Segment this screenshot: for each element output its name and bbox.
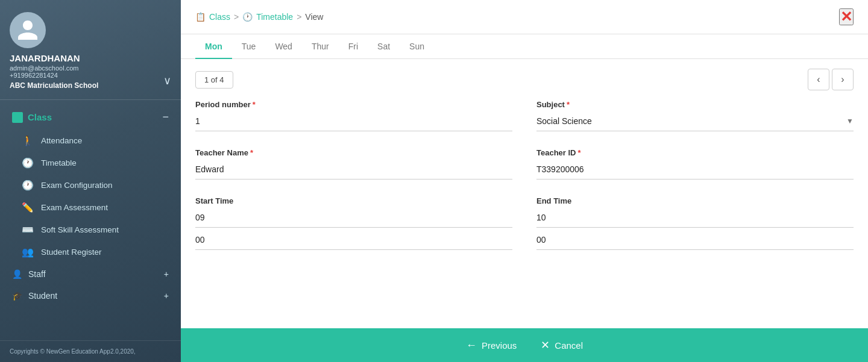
tab-sat[interactable]: Sat [368, 34, 400, 58]
close-button[interactable]: ✕ [839, 8, 854, 25]
student-icon: 🎓 [12, 291, 22, 301]
subject-label: Subject * [536, 100, 854, 109]
main-content: 📋 Class > 🕐 Timetable > View ✕ Mon Tue W… [181, 0, 868, 362]
form-group-teacher-name: Teacher Name * Edward [195, 148, 512, 179]
form-area: Period number * 1 Subject * Social Scien… [181, 100, 868, 328]
attendance-icon: 🚶 [22, 135, 34, 146]
class-nav-icon [12, 112, 23, 123]
end-time-min: 00 [536, 232, 854, 250]
start-time-min: 00 [195, 232, 512, 250]
timetable-icon: 🕐 [22, 157, 34, 169]
period-number-value: 1 [195, 114, 512, 131]
content-header: 📋 Class > 🕐 Timetable > View ✕ [181, 0, 868, 34]
previous-button[interactable]: ← Previous [466, 339, 517, 352]
cancel-label: Cancel [555, 340, 583, 351]
sidebar: JANARDHANAN admin@abcschool.com +9199622… [0, 0, 181, 362]
previous-label: Previous [482, 340, 517, 351]
page-badge: 1 of 4 [195, 71, 233, 89]
breadcrumb-sep2: > [297, 12, 301, 22]
time-row: Start Time 09 00 End Time 10 00 [195, 196, 854, 255]
breadcrumb-sep1: > [234, 12, 239, 22]
subject-select[interactable]: Social Science ▼ [536, 114, 854, 131]
prev-page-button[interactable]: ‹ [808, 69, 829, 90]
subject-value: Social Science [536, 116, 592, 126]
sidebar-item-soft-skill-assessment-label: Soft Skill Assessment [41, 225, 119, 234]
period-number-required: * [253, 100, 256, 109]
form-group-teacher-id: Teacher ID * T339200006 [536, 148, 854, 179]
tab-mon[interactable]: Mon [195, 34, 232, 58]
tab-sun[interactable]: Sun [400, 34, 434, 58]
sidebar-item-exam-assessment[interactable]: ✏️ Exam Assessment [0, 196, 181, 219]
tab-fri[interactable]: Fri [339, 34, 368, 58]
sidebar-item-attendance-label: Attendance [41, 136, 82, 145]
tab-thur[interactable]: Thur [302, 34, 339, 58]
form-group-start-time: Start Time 09 00 [195, 196, 512, 255]
breadcrumb-class-link[interactable]: Class [209, 12, 230, 22]
collapse-icon[interactable]: − [162, 111, 169, 123]
breadcrumb: 📋 Class > 🕐 Timetable > View [195, 12, 323, 22]
teacher-name-required: * [250, 148, 253, 157]
start-time-hour: 09 [195, 210, 512, 228]
profile-school: ABC Matriculation School [10, 81, 98, 90]
period-number-label: Period number * [195, 100, 512, 109]
profile-email: admin@abcschool.com [10, 64, 79, 72]
next-page-button[interactable]: › [832, 69, 854, 90]
nav-arrows: ‹ › [808, 69, 854, 90]
sidebar-footer: Copyrights © NewGen Education App2.0,202… [0, 340, 181, 362]
tab-tue[interactable]: Tue [232, 34, 266, 58]
teacher-id-value: T339200006 [536, 162, 854, 179]
sidebar-item-exam-configuration-label: Exam Configuration [41, 181, 113, 190]
end-time-hour: 10 [536, 210, 854, 228]
tab-wed[interactable]: Wed [265, 34, 302, 58]
teacher-name-label: Teacher Name * [195, 148, 512, 157]
start-time-label: Start Time [195, 196, 512, 205]
breadcrumb-book-icon: 📋 [195, 12, 206, 22]
sidebar-item-timetable[interactable]: 🕐 Timetable [0, 152, 181, 174]
exam-assessment-icon: ✏️ [22, 202, 34, 213]
sidebar-item-student-register-label: Student Register [41, 248, 102, 257]
form-group-subject: Subject * Social Science ▼ [536, 100, 854, 131]
class-nav-label: Class [28, 112, 52, 122]
sidebar-item-student-register[interactable]: 👥 Student Register [0, 241, 181, 263]
staff-label: Staff [28, 269, 46, 279]
breadcrumb-timetable-link[interactable]: Timetable [256, 12, 293, 22]
sidebar-item-exam-assessment-label: Exam Assessment [41, 203, 108, 212]
sidebar-item-attendance[interactable]: 🚶 Attendance [0, 130, 181, 152]
staff-nav-item[interactable]: 👤 Staff + [0, 263, 181, 285]
form-row-period-subject: Period number * 1 Subject * Social Scien… [195, 100, 854, 131]
student-register-icon: 👥 [22, 246, 34, 258]
form-group-end-time: End Time 10 00 [536, 196, 854, 255]
cancel-icon: ✕ [541, 339, 550, 352]
sidebar-item-exam-configuration[interactable]: 🕐 Exam Configuration [0, 174, 181, 196]
footer-text: Copyrights © NewGen Education App2.0,202… [10, 348, 136, 355]
nav-section: Class − 🚶 Attendance 🕐 Timetable 🕐 Exam … [0, 100, 181, 340]
pagination-row: 1 of 4 ‹ › [181, 59, 868, 100]
end-time-label: End Time [536, 196, 854, 205]
profile-phone: +919962281424 [10, 72, 58, 79]
class-section-header[interactable]: Class − [0, 105, 181, 130]
student-nav-item[interactable]: 🎓 Student + [0, 285, 181, 307]
exam-config-icon: 🕐 [22, 179, 34, 191]
tabs-bar: Mon Tue Wed Thur Fri Sat Sun [181, 34, 868, 59]
cancel-button[interactable]: ✕ Cancel [541, 339, 583, 352]
teacher-name-value: Edward [195, 162, 512, 179]
chevron-down-icon[interactable]: ∨ [163, 74, 171, 87]
avatar [10, 12, 46, 48]
soft-skill-icon: ⌨️ [22, 224, 34, 236]
teacher-id-label: Teacher ID * [536, 148, 854, 157]
profile-section: JANARDHANAN admin@abcschool.com +9199622… [0, 0, 181, 100]
profile-name: JANARDHANAN [10, 53, 80, 63]
subject-required: * [567, 100, 570, 109]
previous-icon: ← [466, 339, 477, 352]
breadcrumb-timetable-icon: 🕐 [242, 12, 253, 22]
subject-dropdown-icon: ▼ [846, 117, 854, 125]
form-group-period-number: Period number * 1 [195, 100, 512, 131]
sidebar-item-soft-skill-assessment[interactable]: ⌨️ Soft Skill Assessment [0, 219, 181, 241]
breadcrumb-view-label: View [305, 12, 323, 22]
form-row-teacher: Teacher Name * Edward Teacher ID * T3392… [195, 148, 854, 179]
sidebar-item-timetable-label: Timetable [41, 158, 77, 167]
staff-expand-icon: + [164, 269, 169, 279]
teacher-id-required: * [578, 148, 581, 157]
student-label: Student [28, 291, 57, 301]
student-expand-icon: + [164, 291, 169, 301]
